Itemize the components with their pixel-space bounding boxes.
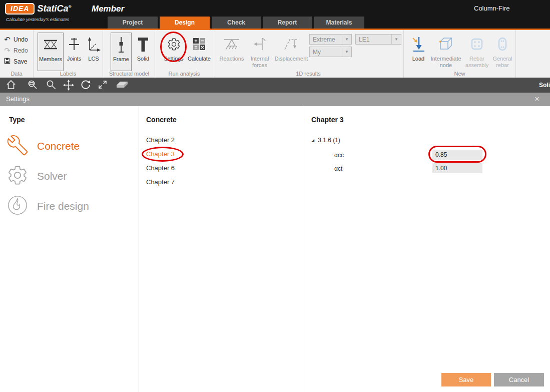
zoom-window-icon[interactable] <box>28 80 39 92</box>
acc-field-label: αcc <box>334 152 344 159</box>
internal-forces-button[interactable]: Internal forces <box>246 33 273 71</box>
loadcase-dropdown-value: LE1 <box>359 36 369 43</box>
home-icon[interactable] <box>6 80 16 92</box>
pan-icon[interactable] <box>63 80 74 93</box>
chapter-detail-header: Chapter 3 <box>311 116 344 124</box>
view-mode-label: Solid <box>539 82 550 89</box>
gear-icon <box>7 165 28 188</box>
group-label-1d-results: 1D results <box>213 71 403 77</box>
joints-button[interactable]: Joints <box>65 33 84 71</box>
load-button[interactable]: Load <box>409 33 428 71</box>
settings-gear-icon <box>167 33 181 56</box>
load-icon <box>412 33 425 56</box>
chevron-down-icon: ▼ <box>342 47 351 57</box>
chevron-down-icon: ▼ <box>342 35 351 44</box>
concrete-column-header: Concrete <box>146 116 177 124</box>
fire-icon <box>7 195 28 218</box>
extreme-dropdown[interactable]: Extreme ▼ <box>309 34 352 45</box>
group-label-structural-model: Structural model <box>104 71 155 77</box>
tab-materials[interactable]: Materials <box>314 17 364 29</box>
redo-icon: ↷ <box>4 47 11 54</box>
reactions-button[interactable]: Reactions <box>217 33 246 71</box>
undo-button[interactable]: ↶ Undo <box>4 35 28 44</box>
component-dropdown[interactable]: My ▼ <box>309 47 352 57</box>
undo-icon: ↶ <box>4 36 11 43</box>
rebar-assembly-icon <box>469 33 484 56</box>
zoom-icon[interactable] <box>46 80 56 92</box>
tab-project[interactable]: Project <box>108 17 158 29</box>
lcs-button[interactable]: LCS <box>85 33 103 71</box>
idea-statica-logo: IDEA StatiCa® <box>5 3 71 15</box>
save-icon <box>4 58 11 65</box>
general-rebar-button[interactable]: General rebar <box>490 33 515 71</box>
acc-input[interactable] <box>432 150 482 160</box>
settings-panel-body: Type Concrete Solver Fire design Concret… <box>0 106 550 392</box>
group-label-run-analysis: Run analysis <box>156 71 213 77</box>
displacement-button[interactable]: Displacement <box>273 33 309 71</box>
column-divider <box>304 106 304 392</box>
fit-view-icon[interactable] <box>98 80 108 92</box>
component-dropdown-value: My <box>313 49 321 56</box>
ribbon-group-data: ↶ Undo ↷ Redo Save Data <box>0 30 34 78</box>
frame-icon <box>117 33 126 56</box>
extreme-dropdown-value: Extreme <box>313 36 335 43</box>
viewport-toolbar: Solid <box>0 78 550 93</box>
tab-check[interactable]: Check <box>212 17 261 29</box>
intermediate-node-icon <box>438 33 453 56</box>
chapter-item-3[interactable]: Chapter 3 <box>146 150 175 160</box>
frame-button[interactable]: Frame <box>111 33 132 71</box>
solid-icon <box>137 33 149 56</box>
loadcase-dropdown[interactable]: LE1 ▼ <box>355 34 401 45</box>
group-label-data: Data <box>0 71 33 77</box>
close-icon[interactable]: × <box>534 94 539 104</box>
statica-wordmark: StatiCa® <box>37 4 71 14</box>
ribbon-group-structural-model: Frame Solid Structural model <box>104 30 155 78</box>
solid-view-icon[interactable] <box>116 80 129 92</box>
chapter-item-2[interactable]: Chapter 2 <box>146 136 175 146</box>
ribbon-save-button[interactable]: Save <box>4 57 27 66</box>
ribbon-group-labels: Members Joints LCS Labels <box>34 30 103 78</box>
chapter-item-7[interactable]: Chapter 7 <box>146 178 175 188</box>
calculate-button[interactable]: Calculate <box>187 33 212 71</box>
tagline: Calculate yesterday's estimates <box>6 17 69 22</box>
tree-node-316[interactable]: ◢ 3.1.6 (1) <box>311 137 340 144</box>
type-item-fire-design[interactable]: Fire design <box>7 194 89 218</box>
statica-text: StatiCa <box>37 4 68 14</box>
members-button[interactable]: Members <box>38 33 64 71</box>
product-name: Member <box>92 4 124 14</box>
app-window: IDEA StatiCa® Calculate yesterday's esti… <box>0 0 550 392</box>
chevron-down-icon: ▼ <box>391 35 401 44</box>
general-rebar-icon <box>495 33 510 56</box>
reactions-icon <box>223 33 240 56</box>
panel-title: Settings <box>6 95 30 103</box>
registered-mark: ® <box>68 5 71 9</box>
save-button[interactable]: Save <box>441 373 491 386</box>
solid-button[interactable]: Solid <box>133 33 154 71</box>
cancel-button[interactable]: Cancel <box>494 373 544 386</box>
type-item-solver[interactable]: Solver <box>7 164 67 188</box>
type-item-concrete[interactable]: Concrete <box>7 134 80 158</box>
tab-report[interactable]: Report <box>263 17 312 29</box>
lcs-icon <box>87 33 101 56</box>
calculate-icon <box>193 33 206 56</box>
group-label-new: New <box>404 71 515 77</box>
rebar-assembly-button[interactable]: Rebar assembly <box>464 33 490 71</box>
intermediate-node-button[interactable]: Intermediate node <box>429 33 463 71</box>
act-input[interactable] <box>432 163 482 173</box>
tab-design[interactable]: Design <box>160 17 210 29</box>
internal-forces-icon <box>252 33 267 56</box>
joints-icon <box>68 33 80 56</box>
displacement-icon <box>283 33 300 56</box>
settings-panel-header: Settings × <box>0 93 550 106</box>
members-icon <box>43 33 58 56</box>
tree-expander-icon[interactable]: ◢ <box>311 138 314 143</box>
redo-button[interactable]: ↷ Redo <box>4 46 28 55</box>
refresh-icon[interactable] <box>81 80 91 92</box>
ribbon-group-new: Load Intermediate node Rebar assembly Ge… <box>404 30 516 78</box>
idea-logo-mark: IDEA <box>5 3 35 15</box>
chapter-item-6[interactable]: Chapter 6 <box>146 164 175 174</box>
title-bar: IDEA StatiCa® Calculate yesterday's esti… <box>0 0 550 29</box>
column-divider <box>139 106 139 392</box>
settings-button[interactable]: Settings <box>162 33 186 71</box>
document-title: Column-Fire <box>474 5 510 12</box>
